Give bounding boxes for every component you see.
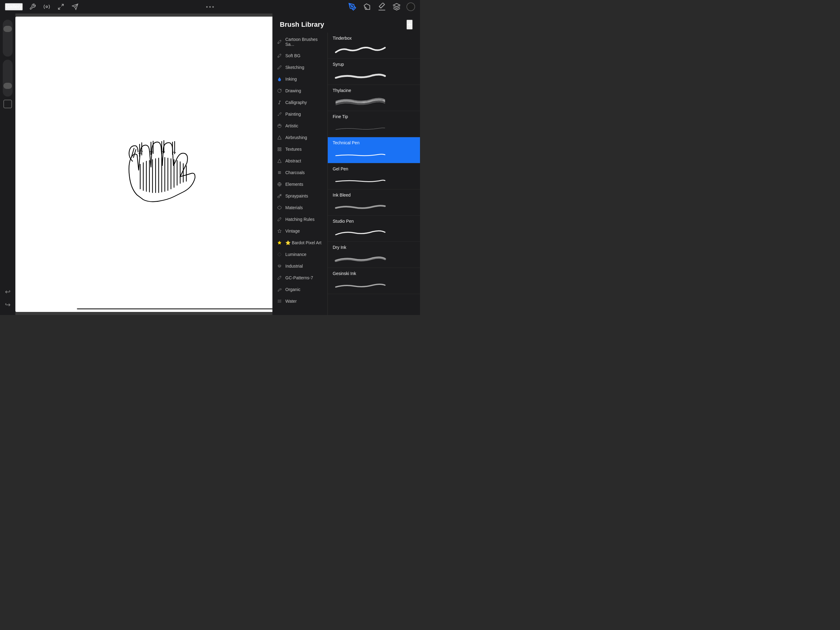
category-name-softbg: Soft BG (285, 53, 300, 58)
brush-preview-gesinski (333, 279, 415, 291)
opacity-thumb[interactable] (3, 83, 12, 89)
svg-marker-63 (278, 241, 281, 244)
category-item-sketching[interactable]: Sketching (272, 62, 327, 73)
arrow-icon[interactable] (43, 2, 51, 11)
category-icon-bardot (277, 240, 282, 245)
category-name-elements: Elements (285, 182, 303, 187)
category-item-painting[interactable]: Painting (272, 108, 327, 120)
category-item-softbg[interactable]: Soft BG (272, 50, 327, 62)
brush-preview-inkbleed (333, 200, 415, 212)
category-item-inking[interactable]: Inking (272, 73, 327, 85)
send-icon[interactable] (71, 2, 79, 11)
category-icon-organic (277, 287, 282, 292)
brush-library-header: Brush Library + (272, 14, 420, 33)
category-name-vintage: Vintage (285, 229, 300, 233)
category-icon-vintage (277, 228, 282, 234)
left-sidebar: ↩ ↪ (0, 14, 15, 315)
transform-icon[interactable] (57, 2, 65, 11)
redo-button[interactable]: ↪ (5, 301, 11, 309)
svg-point-0 (46, 6, 47, 8)
brush-preview-tinderbox (333, 43, 415, 55)
category-item-vintage[interactable]: Vintage (272, 225, 327, 237)
brush-item-gesinski[interactable]: Gesinski Ink (328, 268, 420, 294)
brush-preview-syrup (333, 69, 415, 82)
brush-item-tinderbox[interactable]: Tinderbox (328, 33, 420, 59)
brush-name-technical: Technical Pen (333, 140, 415, 145)
toolbar-right (347, 2, 415, 12)
brush-item-gelpen[interactable]: Gel Pen (328, 163, 420, 190)
brush-item-inkbleed[interactable]: Ink Bleed (328, 190, 420, 216)
category-name-materials: Materials (285, 205, 303, 210)
svg-rect-48 (280, 149, 281, 151)
category-item-elements[interactable]: Elements (272, 179, 327, 190)
brush-size-thumb[interactable] (3, 26, 12, 32)
brush-preview-studiopen (333, 226, 415, 238)
brush-item-finetip[interactable]: Fine Tip (328, 111, 420, 137)
category-item-abstract[interactable]: Abstract (272, 155, 327, 167)
category-name-gcpatterns: GC-Patterns-7 (285, 275, 313, 280)
category-item-drawing[interactable]: Drawing (272, 85, 327, 97)
category-icon-sketching (277, 65, 282, 70)
category-item-water[interactable]: Water (272, 295, 327, 307)
svg-point-60 (281, 195, 281, 196)
svg-line-36 (278, 56, 279, 57)
category-icon-industrial (277, 263, 282, 269)
category-item-luminance[interactable]: Luminance (272, 249, 327, 260)
category-item-industrial[interactable]: Industrial (272, 260, 327, 272)
toolbar-center (206, 6, 214, 8)
undo-button[interactable]: ↩ (5, 288, 11, 296)
add-brush-button[interactable]: + (406, 20, 413, 30)
brush-item-thylacine[interactable]: Thylacine (328, 85, 420, 111)
color-picker[interactable] (406, 2, 415, 11)
category-item-materials[interactable]: Materials (272, 202, 327, 214)
brush-size-slider[interactable] (3, 20, 13, 57)
brush-library-title: Brush Library (280, 21, 324, 28)
category-item-textures[interactable]: Textures (272, 143, 327, 155)
category-item-charcoals[interactable]: Charcoals (272, 167, 327, 179)
square-control[interactable] (3, 100, 12, 108)
category-item-bardot[interactable]: ⭐ Bardot Pixel Art (272, 237, 327, 249)
category-icon-softbg (277, 53, 282, 59)
svg-marker-8 (393, 3, 400, 7)
wrench-icon[interactable] (28, 2, 37, 11)
category-icon-textures (277, 146, 282, 152)
category-icon-charcoals (277, 170, 282, 175)
category-item-spraypaints[interactable]: Spraypaints (272, 190, 327, 202)
brush-preview-dryink (333, 252, 415, 264)
category-icon-materials (277, 205, 282, 211)
category-name-hatching: Hatching Rules (285, 217, 314, 222)
category-item-airbrushing[interactable]: Airbrushing (272, 131, 327, 143)
gallery-button[interactable]: Gallery (5, 3, 23, 11)
svg-line-1 (62, 4, 63, 6)
category-item-gcpatterns[interactable]: GC-Patterns-7 (272, 272, 327, 283)
eraser-tool[interactable] (377, 2, 387, 12)
toolbar-left: Gallery (5, 2, 79, 11)
category-item-organic[interactable]: Organic (272, 283, 327, 295)
category-item-hatching[interactable]: Hatching Rules (272, 214, 327, 225)
brush-name-gelpen: Gel Pen (333, 166, 415, 171)
opacity-slider[interactable] (3, 60, 13, 97)
category-name-industrial: Industrial (285, 264, 303, 269)
category-icon-painting (277, 111, 282, 117)
category-icon-gcpatterns (277, 275, 282, 280)
category-item-cartoon[interactable]: Cartoon Brushes Sa... (272, 34, 327, 50)
category-list: Cartoon Brushes Sa...Soft BGSketchingInk… (272, 33, 328, 315)
smudge-tool[interactable] (362, 2, 372, 12)
brush-library-panel: Brush Library + Cartoon Brushes Sa...Sof… (272, 14, 420, 315)
brush-item-dryink[interactable]: Dry Ink (328, 242, 420, 268)
brush-item-technical[interactable]: Technical Pen (328, 137, 420, 163)
svg-line-2 (58, 7, 60, 9)
brush-name-thylacine: Thylacine (333, 88, 415, 93)
category-icon-drawing (277, 88, 282, 93)
category-item-calligraphy[interactable]: Calligraphy (272, 97, 327, 108)
category-name-airbrushing: Airbrushing (285, 135, 307, 140)
layers-tool[interactable] (392, 2, 401, 12)
brush-item-studiopen[interactable]: Studio Pen (328, 216, 420, 242)
pen-tool[interactable] (347, 2, 357, 12)
dot1 (206, 6, 208, 8)
svg-marker-61 (278, 206, 281, 209)
category-item-artistic[interactable]: Artistic (272, 120, 327, 131)
brush-item-syrup[interactable]: Syrup (328, 59, 420, 85)
category-name-drawing: Drawing (285, 88, 301, 93)
svg-line-35 (278, 43, 279, 44)
